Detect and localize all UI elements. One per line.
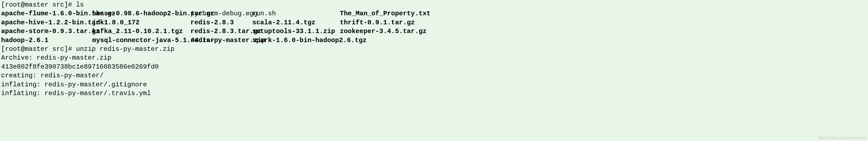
- file-name: setuptools-33.1.1.zip: [252, 27, 340, 36]
- file-name: spark-1.6.0-bin-hadoop2.6.tgz: [252, 36, 340, 45]
- file-name: pycharm-debug.egg: [190, 9, 252, 18]
- file-name: hbase-0.98.6-hadoop2-bin.tar.gz: [92, 9, 190, 18]
- unzip-output-archive: Archive: redis-py-master.zip: [1, 54, 867, 62]
- file-name: hadoop-2.6.1: [1, 36, 92, 45]
- ls-output-row-1: apache-flume-1.6.0-bin.tar.gz hbase-0.98…: [1, 9, 867, 18]
- unzip-output-hash: 413e802f8fe390738bc1e89716083586e0269fd0: [1, 63, 867, 71]
- file-name: apache-hive-1.2.2-bin.tar: [1, 18, 92, 27]
- prompt-line-1[interactable]: [root@master src]# ls: [1, 1, 867, 9]
- prompt-open-bracket: [: [1, 1, 5, 8]
- file-name: apache-flume-1.6.0-bin.tar.gz: [1, 9, 92, 18]
- file-name: apache-storm-0.9.3.tar.gz: [1, 27, 92, 36]
- file-name: scala-2.11.4.tgz: [252, 18, 340, 27]
- prompt-open-bracket: [: [1, 45, 5, 53]
- file-name: kafka_2.11-0.10.2.1.tgz: [92, 27, 190, 36]
- file-name: thrift-0.9.1.tar.gz: [340, 18, 416, 27]
- unzip-output-inflating: inflating: redis-py-master/.gitignore: [1, 80, 867, 89]
- prompt-close-bracket: ]#: [64, 45, 76, 53]
- file-name: redis-2.8.3: [190, 18, 252, 27]
- prompt-user-host: root@master src: [5, 1, 64, 8]
- ls-output-row-4: hadoop-2.6.1 mysql-connector-java-5.1.44…: [1, 36, 867, 45]
- file-name: The_Man_of_Property.txt: [340, 9, 416, 18]
- unzip-output-creating: creating: redis-py-master/: [1, 71, 867, 80]
- file-name: redis-2.8.3.tar.gz: [190, 27, 252, 36]
- prompt-line-2[interactable]: [root@master src]# unzip redis-py-master…: [1, 45, 867, 54]
- command-unzip: unzip redis-py-master.zip: [76, 45, 175, 53]
- prompt-close-bracket: ]#: [64, 1, 76, 8]
- ls-output-row-3: apache-storm-0.9.3.tar.gz kafka_2.11-0.1…: [1, 27, 867, 36]
- file-name: zookeeper-3.4.5.tar.gz: [340, 27, 416, 36]
- file-name: redis-py-master.zip: [190, 36, 252, 45]
- file-name: jdk1.8.0_172: [92, 18, 190, 27]
- file-name: mysql-connector-java-5.1.44.tar: [92, 36, 190, 45]
- ls-output-row-2: apache-hive-1.2.2-bin.tar jdk1.8.0_172 r…: [1, 18, 867, 27]
- file-name: run.sh: [252, 9, 340, 18]
- command-ls: ls: [76, 1, 84, 8]
- prompt-user-host: root@master src: [5, 45, 64, 53]
- file-name: [340, 36, 416, 45]
- unzip-output-inflating: inflating: redis-py-master/.travis.yml: [1, 89, 867, 98]
